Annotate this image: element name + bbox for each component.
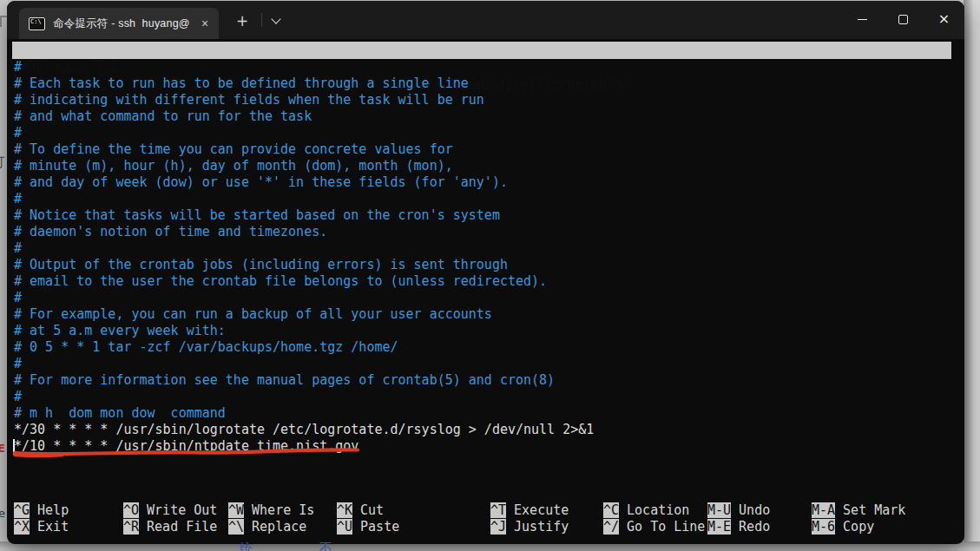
editor-line[interactable]: # For more information see the manual pa… bbox=[14, 372, 594, 389]
shortcut-key: ^R bbox=[123, 519, 139, 535]
shortcut-label: Cut bbox=[360, 502, 384, 518]
shortcut-key: ^G bbox=[14, 502, 30, 518]
shortcut-column: ^GHelp^XExit bbox=[14, 502, 69, 535]
minimize-button[interactable] bbox=[842, 1, 883, 37]
shortcut-key: ^W bbox=[228, 502, 244, 518]
window-controls: × bbox=[842, 1, 964, 37]
new-tab-button[interactable]: + bbox=[229, 10, 255, 32]
minimize-icon bbox=[858, 19, 867, 20]
shortcut-key: M-E bbox=[707, 519, 731, 535]
shortcut-help: ^GHelp bbox=[14, 502, 69, 519]
shortcut-paste: ^UPaste bbox=[337, 519, 399, 535]
shortcut-justify: ^JJustify bbox=[490, 519, 569, 535]
shortcut-key: ^/ bbox=[603, 519, 619, 535]
shortcut-go-to-line: ^/Go To Line bbox=[603, 519, 705, 535]
shortcut-key: ^T bbox=[490, 502, 506, 518]
shortcut-label: Redo bbox=[739, 519, 770, 535]
shortcut-read-file: ^RRead File bbox=[123, 519, 217, 535]
titlebar[interactable]: C:\ 命令提示符 - ssh huyang@192 × + × bbox=[7, 1, 964, 39]
editor-line[interactable]: # 0 5 * * 1 tar -zcf /var/backups/home.t… bbox=[14, 339, 594, 356]
editor-line[interactable]: # m h dom mon dow command bbox=[14, 405, 594, 422]
tab-dropdown-button[interactable] bbox=[266, 11, 286, 30]
editor-line[interactable]: # and day of week (dow) or use '*' in th… bbox=[14, 174, 594, 191]
maximize-button[interactable] bbox=[883, 1, 924, 37]
editor-line[interactable]: # To define the time you can provide con… bbox=[14, 141, 594, 158]
tab-close-button[interactable]: × bbox=[197, 16, 213, 31]
shortcut-label: Help bbox=[37, 502, 69, 518]
shortcut-label: Replace bbox=[252, 519, 306, 535]
shortcut-exit: ^XExit bbox=[14, 519, 69, 535]
shortcut-label: Copy bbox=[843, 519, 874, 535]
shortcut-column: M-UUndoM-ERedo bbox=[707, 502, 770, 535]
editor-line[interactable]: # Output of the crontab jobs (including … bbox=[14, 257, 594, 273]
shortcut-key: ^U bbox=[337, 519, 352, 535]
editor-line[interactable]: */10 * * * * /usr/sbin/ntpdate time.nist… bbox=[14, 438, 594, 455]
editor-line[interactable]: # bbox=[14, 356, 594, 372]
shortcut-column: ^TExecute^JJustify bbox=[490, 502, 569, 535]
shortcut-location: ^CLocation bbox=[603, 502, 705, 519]
shortcut-label: Paste bbox=[360, 519, 399, 535]
editor-line[interactable]: # bbox=[14, 125, 594, 141]
editor-line[interactable]: # Each task to run has to be defined thr… bbox=[14, 75, 594, 92]
shortcut-column: ^OWrite Out^RRead File bbox=[123, 502, 217, 535]
shortcut-replace: ^\Replace bbox=[228, 519, 314, 535]
shortcut-write-out: ^OWrite Out bbox=[123, 502, 217, 519]
shortcut-key: ^J bbox=[490, 519, 506, 535]
shortcut-label: Justify bbox=[514, 519, 569, 535]
close-icon: × bbox=[201, 16, 208, 30]
maximize-icon bbox=[898, 15, 908, 24]
close-button[interactable]: × bbox=[924, 1, 964, 37]
background-window-right-sliver bbox=[964, 0, 980, 551]
shortcut-label: Go To Line bbox=[627, 519, 705, 535]
shortcut-key: M-6 bbox=[812, 519, 835, 535]
shortcut-execute: ^TExecute bbox=[490, 502, 569, 519]
shortcut-column: ^WWhere Is^\Replace bbox=[228, 502, 314, 535]
shortcut-where-is: ^WWhere Is bbox=[228, 502, 314, 519]
editor-line[interactable]: # bbox=[14, 290, 594, 306]
editor-line[interactable]: */30 * * * * /usr/sbin/logrotate /etc/lo… bbox=[14, 422, 594, 438]
shortcut-label: Execute bbox=[514, 502, 569, 518]
nano-shortcut-bar: ^GHelp^XExit^OWrite Out^RRead File^WWher… bbox=[7, 502, 964, 537]
shortcut-key: M-A bbox=[812, 502, 835, 518]
editor-line[interactable]: # minute (m), hour (h), day of month (do… bbox=[14, 158, 594, 174]
shortcut-label: Read File bbox=[147, 519, 217, 535]
nano-header-bar: GNU nano 7.2 /tmp/crontab.JSi61T/crontab… bbox=[12, 42, 951, 59]
tab-title: 命令提示符 - ssh huyang@192 bbox=[53, 16, 190, 31]
shortcut-label: Where Is bbox=[252, 502, 314, 518]
editor-line[interactable]: # daemon's notion of time and timezones. bbox=[14, 224, 594, 240]
shortcut-label: Write Out bbox=[147, 502, 217, 518]
shortcut-key: ^C bbox=[603, 502, 619, 518]
editor-lines[interactable]: ## Each task to run has to be defined th… bbox=[14, 59, 594, 455]
shortcut-key: ^\ bbox=[228, 519, 244, 535]
editor-line[interactable]: # bbox=[14, 389, 594, 405]
editor-line[interactable]: # indicating with different fields when … bbox=[14, 92, 594, 108]
shortcut-copy: M-6Copy bbox=[812, 519, 905, 535]
editor-line[interactable]: # bbox=[14, 191, 594, 207]
editor-line[interactable]: # For example, you can run a backup of a… bbox=[14, 306, 594, 323]
shortcut-key: ^K bbox=[337, 502, 352, 518]
shortcut-label: Location bbox=[627, 502, 689, 518]
shortcut-label: Exit bbox=[37, 519, 69, 535]
shortcut-key: M-U bbox=[707, 502, 731, 518]
editor-line[interactable]: # email to the user the crontab file bel… bbox=[14, 273, 594, 290]
editor-line[interactable]: # bbox=[14, 240, 594, 257]
shortcut-undo: M-UUndo bbox=[707, 502, 770, 519]
close-icon: × bbox=[938, 12, 950, 26]
editor-line[interactable]: # at 5 a.m every week with: bbox=[14, 323, 594, 339]
cmd-icon-text: C:\ bbox=[30, 19, 42, 25]
cmd-prompt-icon: C:\ bbox=[29, 17, 45, 30]
terminal-tab[interactable]: C:\ 命令提示符 - ssh huyang@192 × bbox=[19, 8, 219, 39]
shortcut-key: ^X bbox=[14, 519, 30, 535]
shortcut-column: ^KCut^UPaste bbox=[337, 502, 399, 535]
shortcut-set-mark: M-ASet Mark bbox=[812, 502, 905, 519]
shortcut-cut: ^KCut bbox=[337, 502, 399, 519]
editor-line[interactable]: # Notice that tasks will be started base… bbox=[14, 207, 594, 224]
shortcut-column: M-ASet MarkM-6Copy bbox=[812, 502, 905, 535]
editor-line[interactable]: # bbox=[14, 59, 594, 75]
shortcut-column: ^CLocation^/Go To Line bbox=[603, 502, 705, 535]
text-cursor bbox=[13, 439, 15, 455]
shortcut-label: Undo bbox=[739, 502, 770, 518]
shortcut-key: ^O bbox=[123, 502, 139, 518]
chevron-down-icon bbox=[271, 14, 280, 23]
editor-line[interactable]: # and what command to run for the task bbox=[14, 108, 594, 125]
